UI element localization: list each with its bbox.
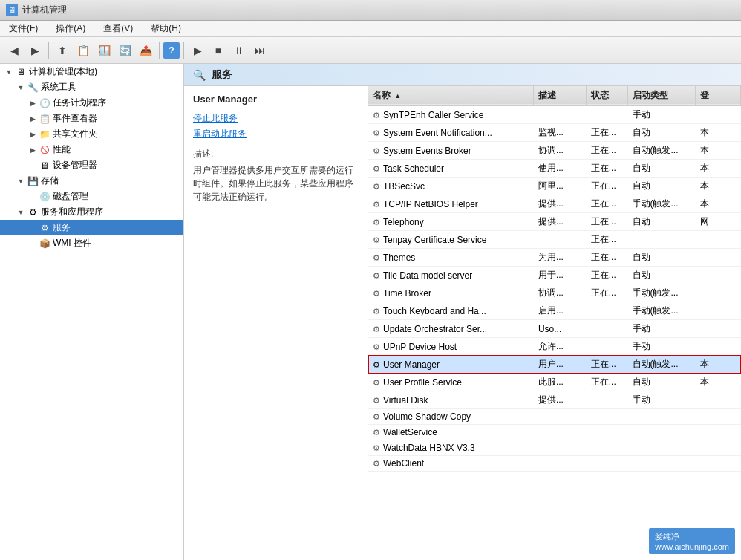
tree-arrow-root bbox=[3, 66, 15, 78]
table-row[interactable]: ⚙Tile Data model server用于...正在...自动 bbox=[368, 267, 741, 284]
service-name-cell: ⚙TBSecSvc bbox=[368, 178, 534, 195]
col-header-status[interactable]: 状态 bbox=[587, 86, 628, 105]
service-gear-icon: ⚙ bbox=[373, 182, 380, 191]
table-row[interactable]: ⚙WalletService bbox=[368, 425, 741, 440]
tree-task-scheduler[interactable]: 🕐 任务计划程序 bbox=[0, 95, 183, 111]
col-header-name[interactable]: 名称 ▲ bbox=[368, 86, 534, 105]
toolbar-restart[interactable]: ⏭ bbox=[250, 41, 270, 60]
service-name-cell: ⚙Touch Keyboard and Ha... bbox=[368, 302, 534, 320]
service-gear-icon: ⚙ bbox=[373, 342, 380, 351]
service-name-cell: ⚙Volume Shadow Copy bbox=[368, 409, 534, 425]
table-row[interactable]: ⚙Themes为用...正在...自动 bbox=[368, 249, 741, 267]
service-desc-cell bbox=[534, 409, 587, 425]
toolbar-refresh[interactable]: 🔄 bbox=[115, 41, 134, 60]
tree-label-task: 任务计划程序 bbox=[53, 97, 106, 109]
service-gear-icon: ⚙ bbox=[373, 396, 380, 405]
service-status-cell: 正在... bbox=[587, 142, 628, 160]
menu-file[interactable]: 文件(F) bbox=[6, 22, 41, 35]
service-login-cell: 本 bbox=[696, 178, 741, 195]
tree-arrow-svc bbox=[27, 222, 39, 234]
menu-action[interactable]: 操作(A) bbox=[53, 22, 88, 35]
col-header-desc[interactable]: 描述 bbox=[534, 86, 587, 105]
tree-arrow-svcapp bbox=[15, 206, 27, 218]
right-panel: 🔍 服务 User Manager 停止此服务 重启动此服务 描述: 用户管理器… bbox=[184, 64, 741, 560]
table-row[interactable]: ⚙SynTPEnh Caller Service手动 bbox=[368, 105, 741, 124]
table-row[interactable]: ⚙User Manager用户...正在...自动(触发...本 bbox=[368, 356, 741, 374]
tree-arrow-storage bbox=[15, 175, 27, 187]
toolbar-stop[interactable]: ■ bbox=[209, 41, 228, 60]
tree-system-tools[interactable]: 🔧 系统工具 bbox=[0, 79, 183, 95]
detail-desc-label: 描述: bbox=[193, 148, 359, 160]
restart-service-link[interactable]: 重启动此服务 bbox=[193, 128, 359, 140]
toolbar-sep2 bbox=[159, 42, 160, 59]
stop-service-link[interactable]: 停止此服务 bbox=[193, 112, 359, 125]
table-row[interactable]: ⚙Telephony提供...正在...自动网 bbox=[368, 213, 741, 231]
detail-desc-text: 用户管理器提供多用户交互所需要的运行时组件。如果停止此服务，某些应用程序可能无法… bbox=[193, 163, 359, 204]
table-row[interactable]: ⚙Update Orchestrator Ser...Uso...手动 bbox=[368, 320, 741, 338]
table-row[interactable]: ⚙User Profile Service此服...正在...自动本 bbox=[368, 374, 741, 391]
menu-view[interactable]: 查看(V) bbox=[100, 22, 136, 35]
service-status-cell bbox=[587, 425, 628, 440]
table-row[interactable]: ⚙WebClient bbox=[368, 456, 741, 472]
table-row[interactable]: ⚙Virtual Disk提供...手动 bbox=[368, 391, 741, 409]
service-desc-cell: 提供... bbox=[534, 195, 587, 213]
tree-storage[interactable]: 💾 存储 bbox=[0, 173, 183, 189]
toolbar-pause[interactable]: ⏸ bbox=[229, 41, 249, 60]
tree-wmi[interactable]: 📦 WMI 控件 bbox=[0, 235, 183, 251]
table-row[interactable]: ⚙System Events Broker协调...正在...自动(触发...本 bbox=[368, 142, 741, 160]
tree-icon-perf: 🚫 bbox=[39, 144, 50, 156]
toolbar-export[interactable]: 📤 bbox=[136, 41, 155, 60]
table-row[interactable]: ⚙Tenpay Certificate Service正在... bbox=[368, 231, 741, 249]
service-status-cell: 正在... bbox=[587, 374, 628, 391]
tree-event-viewer[interactable]: 📋 事件查看器 bbox=[0, 111, 183, 126]
toolbar-up[interactable]: ⬆ bbox=[53, 41, 72, 60]
table-row[interactable]: ⚙Task Scheduler使用...正在...自动本 bbox=[368, 160, 741, 178]
service-startup-cell bbox=[628, 456, 696, 472]
service-login-cell bbox=[696, 284, 741, 302]
table-row[interactable]: ⚙Volume Shadow Copy bbox=[368, 409, 741, 425]
service-gear-icon: ⚙ bbox=[373, 271, 380, 280]
service-status-cell: 正在... bbox=[587, 195, 628, 213]
table-row[interactable]: ⚙Time Broker协调...正在...手动(触发... bbox=[368, 284, 741, 302]
service-desc-cell bbox=[534, 231, 587, 249]
col-header-login[interactable]: 登 bbox=[696, 86, 741, 105]
tree-device-manager[interactable]: 🖥 设备管理器 bbox=[0, 157, 183, 173]
table-row[interactable]: ⚙System Event Notification...监视...正在...自… bbox=[368, 124, 741, 142]
service-gear-icon: ⚙ bbox=[373, 428, 380, 437]
service-startup-cell: 手动 bbox=[628, 105, 696, 124]
tree-disk-mgmt[interactable]: 💿 磁盘管理 bbox=[0, 189, 183, 204]
col-header-startup[interactable]: 启动类型 bbox=[628, 86, 696, 105]
toolbar-sep1 bbox=[48, 42, 49, 59]
tree-performance[interactable]: 🚫 性能 bbox=[0, 142, 183, 157]
menu-help[interactable]: 帮助(H) bbox=[148, 22, 184, 35]
toolbar-help[interactable]: ? bbox=[163, 42, 180, 59]
table-row[interactable]: ⚙TBSecSvc阿里...正在...自动本 bbox=[368, 178, 741, 195]
service-status-cell: 正在... bbox=[587, 124, 628, 142]
services-table-container[interactable]: 名称 ▲ 描述 状态 启动类型 bbox=[368, 86, 741, 560]
service-name-cell: ⚙Time Broker bbox=[368, 284, 534, 302]
tree-services[interactable]: ⚙ 服务 bbox=[0, 220, 183, 235]
toolbar-play[interactable]: ▶ bbox=[188, 41, 207, 60]
toolbar-show-hide[interactable]: 📋 bbox=[74, 41, 93, 60]
service-status-cell: 正在... bbox=[587, 356, 628, 374]
service-status-cell: 正在... bbox=[587, 249, 628, 267]
service-gear-icon: ⚙ bbox=[373, 253, 380, 262]
table-row[interactable]: ⚙Touch Keyboard and Ha...启用...手动(触发... bbox=[368, 302, 741, 320]
service-gear-icon: ⚙ bbox=[373, 146, 380, 155]
watermark-line1: 爱纯净 bbox=[655, 531, 729, 542]
toolbar-forward[interactable]: ▶ bbox=[25, 41, 45, 60]
tree-arrow-systools bbox=[15, 82, 27, 94]
service-startup-cell: 手动(触发... bbox=[628, 195, 696, 213]
service-gear-icon: ⚙ bbox=[373, 459, 380, 468]
tree-label-perf: 性能 bbox=[53, 143, 71, 156]
table-row[interactable]: ⚙TCP/IP NetBIOS Helper提供...正在...手动(触发...… bbox=[368, 195, 741, 213]
tree-services-apps[interactable]: ⚙ 服务和应用程序 bbox=[0, 204, 183, 220]
tree-shared-folders[interactable]: 📁 共享文件夹 bbox=[0, 126, 183, 142]
toolbar-new-window[interactable]: 🪟 bbox=[94, 41, 114, 60]
left-panel: 🖥 计算机管理(本地) 🔧 系统工具 🕐 任务计划程序 📋 事件查看器 📁 共享… bbox=[0, 64, 184, 560]
service-login-cell: 本 bbox=[696, 160, 741, 178]
tree-root[interactable]: 🖥 计算机管理(本地) bbox=[0, 64, 183, 79]
table-row[interactable]: ⚙WatchData HBNX V3.3 bbox=[368, 440, 741, 456]
table-row[interactable]: ⚙UPnP Device Host允许...手动 bbox=[368, 338, 741, 356]
toolbar-back[interactable]: ◀ bbox=[4, 41, 24, 60]
